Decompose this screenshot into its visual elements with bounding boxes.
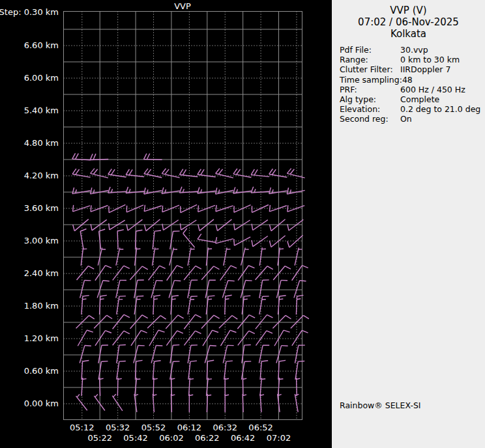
svg-text:05:52: 05:52 [141, 423, 166, 432]
brand-label: Rainbow® SELEX-SI [340, 400, 421, 410]
field-range: Range: 0 km to 30 km [340, 55, 485, 64]
svg-text:06:52: 06:52 [248, 423, 272, 432]
svg-text:06:22: 06:22 [195, 433, 219, 443]
svg-text:4.20 km: 4.20 km [24, 171, 59, 180]
svg-text:2.40 km: 2.40 km [24, 268, 59, 278]
field-alg-type: Alg type: Complete [340, 94, 485, 104]
svg-text:05:12: 05:12 [70, 423, 94, 432]
svg-text:05:32: 05:32 [106, 423, 130, 432]
svg-text:05:22: 05:22 [87, 433, 111, 443]
vvp-time-height-chart: 6.60 km6.00 km5.40 km4.80 km4.20 km3.60 … [0, 0, 332, 448]
field-clutter-filter: Clutter Filter: IIRDoppler 7 [340, 64, 485, 74]
info-panel: VVP (V) 07:02 / 06-Nov-2025 Kolkata Pdf … [332, 0, 485, 448]
svg-text:06:12: 06:12 [177, 423, 201, 432]
panel-datetime: 07:02 / 06-Nov-2025 [332, 16, 485, 28]
svg-text:07:02: 07:02 [267, 433, 291, 443]
svg-text:3.60 km: 3.60 km [24, 203, 59, 213]
svg-text:0.60 km: 0.60 km [24, 366, 59, 376]
panel-fields: Pdf File: 30.vvp Range: 0 km to 30 km Cl… [332, 45, 485, 124]
axis-labels-layer: 6.60 km6.00 km5.40 km4.80 km4.20 km3.60 … [24, 40, 291, 443]
svg-text:1.80 km: 1.80 km [24, 301, 59, 311]
field-time-sampling: Time sampling: 48 [340, 75, 485, 85]
chart-title: VVP [174, 1, 191, 11]
svg-text:6.00 km: 6.00 km [24, 73, 59, 83]
svg-text:0.00 km: 0.00 km [24, 399, 59, 408]
field-prf: PRF: 600 Hz / 450 Hz [340, 85, 485, 94]
panel-site: Kolkata [332, 28, 485, 40]
panel-header: VVP (V) 07:02 / 06-Nov-2025 Kolkata [332, 0, 485, 40]
field-second-reg: Second reg: On [340, 114, 485, 124]
svg-text:5.40 km: 5.40 km [24, 105, 59, 115]
svg-text:3.00 km: 3.00 km [24, 236, 59, 245]
svg-text:06:32: 06:32 [213, 423, 237, 432]
field-elevation: Elevation: 0.2 deg to 21.0 deg [340, 104, 485, 114]
svg-text:1.20 km: 1.20 km [24, 333, 59, 343]
svg-text:06:42: 06:42 [231, 433, 255, 443]
step-label: Step: 0.30 km [0, 7, 59, 17]
svg-text:05:42: 05:42 [123, 433, 147, 443]
field-pdf-file: Pdf File: 30.vvp [340, 45, 485, 55]
panel-title: VVP (V) [332, 5, 485, 16]
svg-text:4.80 km: 4.80 km [24, 138, 59, 148]
vvp-window: 6.60 km6.00 km5.40 km4.80 km4.20 km3.60 … [0, 0, 485, 448]
svg-text:6.60 km: 6.60 km [24, 40, 59, 50]
svg-text:06:02: 06:02 [159, 433, 183, 443]
